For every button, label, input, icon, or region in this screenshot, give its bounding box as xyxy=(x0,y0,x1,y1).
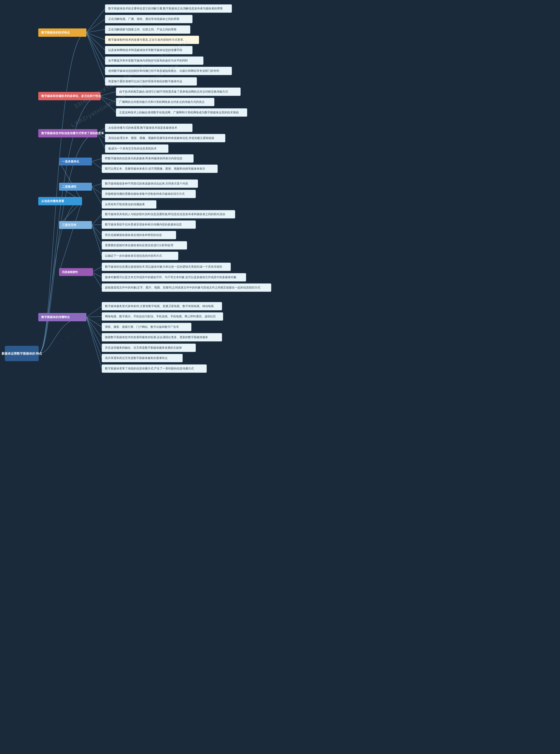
leaf-sub4-2: 媒体对象既可以是文本文件或其中的诸如字符、句子等文本对象,也可以是多媒体文件或其… xyxy=(102,273,246,282)
watermark: 33t4I7m/FtXTAJRRSERETE:IRHZTIIFFIt35A. L… xyxy=(0,0,560,754)
svg-line-24 xyxy=(92,225,102,225)
svg-line-9 xyxy=(100,96,116,102)
svg-line-6 xyxy=(86,33,105,71)
leaf-cat2-2: 广播网的点对面传输方式和计算机网络多点对多点的传输方式的优点 xyxy=(116,98,214,106)
root-node: 新媒体运营数字新媒体的 特点 xyxy=(5,346,39,361)
svg-line-36 xyxy=(86,317,102,358)
svg-line-21 xyxy=(92,187,102,194)
svg-line-5 xyxy=(86,33,105,61)
leaf-sub2-3: 从而有利于取得更佳的传播效果 xyxy=(102,200,156,209)
leaf-cat4-3: 博客、播客、搜索引擎、门户网站、数字出版和数字广告等 xyxy=(102,323,192,331)
svg-line-18 xyxy=(92,158,102,161)
leaf-sub1-1: 即数字媒体的信息表示的多媒体,即多种媒体协同表示内容信息 xyxy=(102,154,194,162)
svg-line-8 xyxy=(100,92,116,96)
leaf-cat1-4: 数字媒体制作技术的发展与普及,正在引发内容制作方式变革, xyxy=(105,36,199,44)
leaf-cat1-6: 在不断提升和丰富数字媒体内容制作与发布的途径与水平的同时 xyxy=(105,56,203,65)
svg-line-7 xyxy=(86,33,105,81)
leaf-cat4-4: 随着数字新媒体技术的发展和服务的拓展,还会涌现出更多、更新的数字新媒体服务 xyxy=(102,333,222,342)
leaf-cat4-2: 网络电视、数字展示、手机短信与彩信、手机游戏、手机电视、网上即时通讯、虚拟社区 xyxy=(102,312,223,321)
leaf-cat1-7: 使得数字媒体信息的制作和传播已经不再是诸如电视台、出版社和网站等专业部门的专利 xyxy=(105,67,232,75)
leaf-cat1-5: 以及各种网络技术和流媒体技术等数字媒体信息的传播手段 xyxy=(105,46,193,54)
leaf-sub3-2: 数字媒体系统不仅向受者呈现各种表示传播内容的多媒体信息 xyxy=(102,220,196,229)
connectors xyxy=(0,0,560,754)
svg-line-33 xyxy=(86,317,102,327)
svg-line-19 xyxy=(92,161,102,169)
svg-line-4 xyxy=(86,33,105,50)
leaf-sub2-2: 并能根据传播的需要由接收者集中控制各种表示媒体的演示方式 xyxy=(102,190,196,198)
svg-line-30 xyxy=(92,272,102,288)
leaf-cat2-1: 由于技术的相互融合,使得它们都不同程度具备了原来电信网的点对点对称交换传输方式 xyxy=(116,88,241,96)
svg-line-10 xyxy=(100,96,116,113)
leaf-cat3-1: 从信息传播方式的角度看,数字媒体技术就是多媒体技术 xyxy=(105,124,193,132)
svg-line-23 xyxy=(92,214,102,225)
leaf-cat4-6: 高共享度和高交互性是数字新媒体服务的显著特点 xyxy=(102,354,183,362)
category-infocomm-change: 数字新媒体技术给信息传播方式带来了深刻的变革 xyxy=(38,129,97,137)
svg-line-25 xyxy=(92,225,102,235)
leaf-sub4-3: 超链接是指文件中的对象(文字、图片、视频、音频等)之间或者文件中的对象与其他文件… xyxy=(102,284,271,292)
category-info-perspective: 从信息传播角度看 xyxy=(38,197,82,205)
svg-line-34 xyxy=(86,317,102,337)
svg-line-20 xyxy=(92,183,102,187)
leaf-cat3-2: 其综合处理文本、图形、图像、视频和音频等多种表述媒体信息,并使其建立逻辑链接 xyxy=(105,134,225,142)
sub-multimedia: 一是多媒体化 xyxy=(59,158,92,166)
svg-line-17 xyxy=(59,201,82,272)
svg-line-13 xyxy=(97,133,105,149)
leaf-sub1-2: 既可以用文本、音频等媒体来表示,也可用图像、图形、视频和动画等媒体来表示 xyxy=(102,165,218,173)
svg-line-31 xyxy=(86,306,102,317)
sub-integration: 二是集成性 xyxy=(59,183,92,191)
svg-line-14 xyxy=(59,161,82,201)
leaf-sub3-5: 以确定下一步向接收者呈现信息的内容和方式 xyxy=(102,252,178,260)
leaf-sub3-1: 数字媒体所具有的人与机的双向实时信息流通性能,即信息在信息发布者和接收者之间的双… xyxy=(102,210,235,218)
category-broadcast-features: 数字新媒体的传播特点 xyxy=(38,313,86,321)
svg-line-28 xyxy=(92,267,102,272)
leaf-cat1-3: 正在消解国家与国家之间、社群之间、产业之间的界限 xyxy=(105,25,190,34)
leaf-cat4-7: 数字新媒体变革了传统的信息传播方式,产生了一系列新的信息传播方式 xyxy=(102,364,207,373)
svg-line-26 xyxy=(92,225,102,245)
svg-line-32 xyxy=(86,316,102,317)
mind-map: 新媒体运营数字新媒体的 特点 数字新媒体的技术特点 数字新媒体技术的主要特征是它… xyxy=(0,0,560,754)
leaf-cat3-3: 集成为一个具有交互性的信息系统技术 xyxy=(105,144,168,153)
svg-line-0 xyxy=(86,8,105,33)
svg-line-27 xyxy=(92,225,102,256)
svg-line-1 xyxy=(86,19,105,33)
svg-line-29 xyxy=(92,272,102,277)
leaf-cat2-3: 正是这种技术上的融合使得数字化电信网、广播网和计算机网络成为数字新媒体运营的技术… xyxy=(116,108,247,117)
svg-line-37 xyxy=(86,317,102,369)
leaf-sub3-3: 而且也能够接收接收者反馈的各种类型的信息 xyxy=(102,231,176,239)
leaf-cat4-5: 并且这些服务的融合、交叉将是数字新媒体服务发展的主旋律 xyxy=(102,344,196,352)
leaf-cat1-8: 而是每个爱好者都可以自己制作和发布相应的数字媒体作品 xyxy=(105,77,197,85)
svg-line-2 xyxy=(86,29,105,33)
svg-line-22 xyxy=(92,187,102,205)
category-tech-features: 数字新媒体的技术特点 xyxy=(38,28,86,37)
svg-line-3 xyxy=(86,33,105,40)
root-label: 新媒体运营数字新媒体的 特点 xyxy=(2,351,42,356)
leaf-cat4-1: 数字媒体服务形式多种多样,主要有数字电视、直播卫星电视、数字有线电视、移动电视 xyxy=(102,302,222,310)
sub-interactivity: 三是交互性 xyxy=(59,221,92,229)
leaf-sub4-1: 数字媒体的信息通过超链接技术,而以媒体对象为单位按一定的逻辑关系组织成一个具有非… xyxy=(102,263,231,271)
leaf-sub2-1: 数字媒体能使多种不同形式的表述媒体综合起来,共同表示某个内容 xyxy=(102,179,198,188)
sub-hyperlink: 四是超链接性 xyxy=(59,268,93,276)
leaf-cat1-2: 正在消解电视、广播、报纸、通信等传统媒体之间的界限 xyxy=(105,15,193,23)
cat1-label: 数字新媒体的技术特点 xyxy=(41,31,70,35)
category-storage-tech: 数字媒体和存储技术的多样化、多元化和个性化 xyxy=(38,92,101,100)
leaf-sub3-4: 更重要的是能对来自接收者的反馈信息进行分析和处理 xyxy=(102,241,187,250)
leaf-cat1-1: 数字新媒体技术的主要特征是它的消解力量,数字新媒体正在消解信息发布者与接收者的界… xyxy=(105,4,232,13)
svg-line-35 xyxy=(86,317,102,348)
